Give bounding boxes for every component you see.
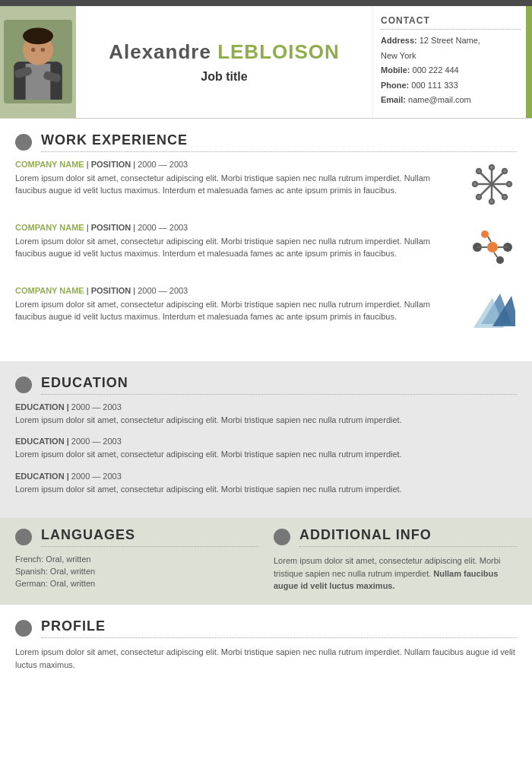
svg-line-27: [488, 237, 491, 242]
profile-title: PROFILE: [41, 618, 517, 638]
edu-entry: EDUCATION | 2000 — 2003 Lorem ipsum dolo…: [15, 437, 517, 461]
photo-section: [0, 6, 76, 118]
email-value: name@mail.com: [408, 95, 471, 104]
last-name: LEBLOISON: [217, 40, 340, 63]
two-col-section: LANGUAGES French: Oral, written Spanish:…: [15, 527, 517, 593]
edu-entry-header: EDUCATION | 2000 — 2003: [15, 437, 517, 446]
mobile-value: 000 222 444: [413, 65, 459, 75]
contact-title: CONTACT: [381, 15, 521, 30]
work-header: COMPANY NAME | POSITION | 2000 — 2003: [15, 160, 456, 169]
work-desc: Lorem ipsum dolor sit amet, consectetur …: [15, 172, 456, 197]
work-content: COMPANY NAME | POSITION | 2000 — 2003 Lo…: [15, 286, 456, 323]
edu-years: 2000 — 2003: [71, 472, 122, 481]
edu-label: EDUCATION: [15, 472, 65, 481]
lang-additional-section: LANGUAGES French: Oral, written Spanish:…: [0, 518, 532, 605]
additional-col: ADDITIONAL INFO Lorem ipsum dolor sit am…: [274, 527, 517, 593]
name-section: Alexandre LEBLOISON Job title: [76, 6, 372, 118]
svg-point-15: [507, 182, 511, 186]
contact-section: CONTACT Address: 12 Street Name, New Yor…: [372, 6, 532, 118]
svg-point-12: [489, 165, 494, 170]
edu-entry-header: EDUCATION | 2000 — 2003: [15, 472, 517, 481]
work-position: POSITION: [91, 286, 131, 295]
work-years: 2000 — 2003: [138, 223, 188, 232]
edu-years: 2000 — 2003: [71, 402, 122, 412]
work-content: COMPANY NAME | POSITION | 2000 — 2003 Lo…: [15, 160, 456, 197]
lang-entry: German: Oral, written: [15, 579, 258, 588]
work-icon-2: [467, 223, 517, 272]
work-desc: Lorem ipsum dolor sit amet, consectetur …: [15, 235, 456, 260]
work-header: COMPANY NAME | POSITION | 2000 — 2003: [15, 223, 456, 232]
address-label: Address:: [381, 36, 417, 45]
edu-entry: EDUCATION | 2000 — 2003 Lorem ipsum dolo…: [15, 472, 517, 496]
work-section-header: WORK EXPERIENCE: [15, 132, 517, 152]
work-desc: Lorem ipsum dolor sit amet, consectetur …: [15, 298, 456, 323]
edu-desc: Lorem ipsum dolor sit amet, consectetur …: [15, 448, 517, 461]
green-accent-bar: [526, 6, 532, 118]
job-title: Job title: [201, 70, 247, 84]
svg-point-4: [31, 48, 35, 52]
edu-section-dot: [15, 377, 32, 393]
svg-point-18: [502, 169, 507, 173]
edu-entry: EDUCATION | 2000 — 2003 Lorem ipsum dolo…: [15, 402, 517, 427]
city-value: New York: [381, 51, 416, 60]
top-bar: [0, 0, 532, 6]
header-section: Alexandre LEBLOISON Job title CONTACT Ad…: [0, 6, 532, 119]
email-label: Email:: [381, 95, 406, 104]
additional-desc: Lorem ipsum dolor sit amet, consectetur …: [274, 555, 517, 593]
profile-section: PROFILE Lorem ipsum dolor sit amet, cons…: [0, 605, 532, 685]
address-value: 12 Street Name,: [420, 36, 480, 45]
svg-point-3: [23, 28, 53, 45]
work-company: COMPANY NAME: [15, 223, 84, 232]
work-section-title: WORK EXPERIENCE: [41, 132, 517, 152]
phone-value: 000 111 333: [411, 81, 458, 90]
work-entry: COMPANY NAME | POSITION | 2000 — 2003 Lo…: [15, 286, 517, 335]
additional-header: ADDITIONAL INFO: [274, 527, 517, 547]
work-section-dot: [15, 134, 32, 151]
work-years: 2000 — 2003: [138, 160, 188, 169]
lang-dot: [15, 529, 32, 545]
svg-point-19: [477, 195, 481, 199]
lang-entry: French: Oral, written: [15, 555, 258, 564]
contact-city: New York: [381, 49, 521, 62]
edu-desc: Lorem ipsum dolor sit amet, consectetur …: [15, 483, 517, 496]
contact-mobile: Mobile: 000 222 444: [381, 64, 521, 77]
edu-label: EDUCATION: [15, 437, 65, 446]
profile-header: PROFILE: [15, 618, 517, 638]
edu-desc: Lorem ipsum dolor sit amet, consectetur …: [15, 414, 517, 427]
work-position: POSITION: [91, 160, 131, 169]
work-header: COMPANY NAME | POSITION | 2000 — 2003: [15, 286, 456, 295]
work-company: COMPANY NAME: [15, 286, 84, 295]
lang-entry: Spanish: Oral, written: [15, 567, 258, 576]
edu-section-header: EDUCATION: [15, 375, 517, 395]
svg-point-13: [489, 199, 494, 204]
work-entry: COMPANY NAME | POSITION | 2000 — 2003 Lo…: [15, 223, 517, 272]
svg-point-17: [502, 195, 507, 199]
avatar: [4, 20, 72, 103]
languages-col: LANGUAGES French: Oral, written Spanish:…: [15, 527, 258, 593]
edu-section-title: EDUCATION: [41, 375, 517, 395]
svg-point-16: [477, 169, 481, 173]
additional-title: ADDITIONAL INFO: [299, 527, 517, 547]
additional-dot: [274, 529, 290, 545]
lang-header: LANGUAGES: [15, 527, 258, 547]
work-icon-3: [467, 286, 517, 335]
first-name: Alexandre: [109, 40, 211, 63]
profile-dot: [15, 620, 32, 637]
lang-title: LANGUAGES: [41, 527, 258, 547]
svg-point-5: [41, 48, 45, 52]
work-icon-1: [467, 160, 517, 209]
edu-label: EDUCATION: [15, 402, 65, 412]
edu-years: 2000 — 2003: [71, 437, 122, 446]
work-content: COMPANY NAME | POSITION | 2000 — 2003 Lo…: [15, 223, 456, 260]
svg-line-28: [494, 253, 498, 258]
contact-email: Email: name@mail.com: [381, 94, 521, 106]
mobile-label: Mobile:: [381, 65, 410, 75]
work-entry: COMPANY NAME | POSITION | 2000 — 2003 Lo…: [15, 160, 517, 209]
svg-point-20: [487, 242, 498, 253]
work-position: POSITION: [91, 223, 131, 232]
full-name: Alexandre LEBLOISON: [109, 40, 340, 64]
education-section: EDUCATION EDUCATION | 2000 — 2003 Lorem …: [0, 361, 532, 519]
work-experience-section: WORK EXPERIENCE COMPANY NAME | POSITION …: [0, 119, 532, 361]
work-years: 2000 — 2003: [138, 286, 188, 295]
contact-address: Address: 12 Street Name,: [381, 34, 521, 47]
